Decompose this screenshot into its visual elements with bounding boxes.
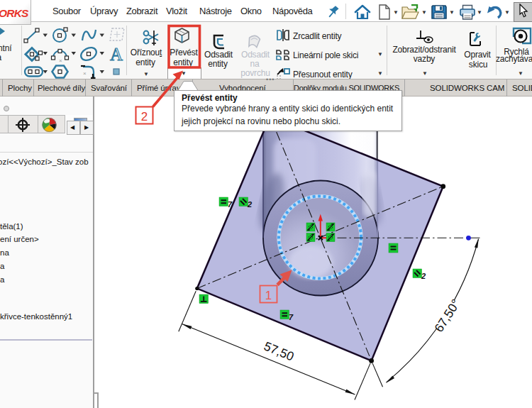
svg-text:1: 1 — [265, 289, 272, 302]
svg-text:2: 2 — [141, 110, 148, 123]
